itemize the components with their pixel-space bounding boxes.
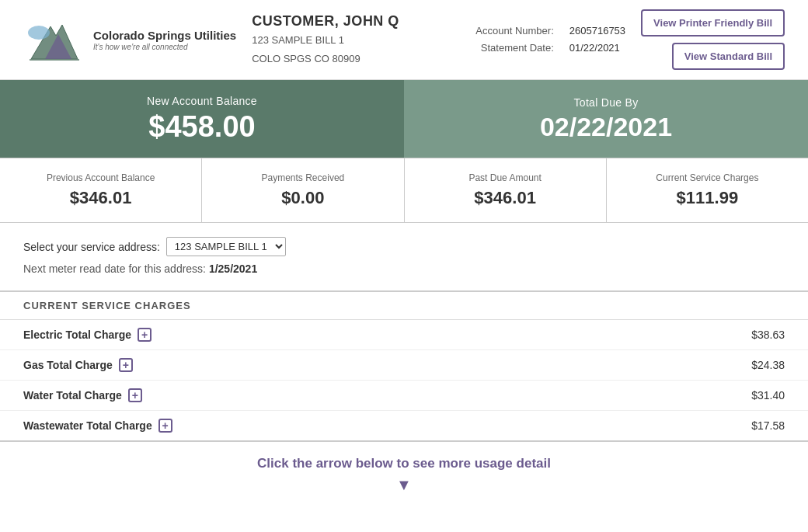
water-charge-label: Water Total Charge + xyxy=(23,388,142,402)
account-info: Account Number: Statement Date: xyxy=(475,23,553,57)
balance-bar: New Account Balance $458.00 Total Due By… xyxy=(0,80,808,158)
past-due-cell: Past Due Amount $346.01 xyxy=(405,158,607,222)
past-due-label: Past Due Amount xyxy=(413,172,598,183)
page-header: Colorado Springs Utilities It's how we'r… xyxy=(0,0,808,80)
gas-charge-amount: $24.38 xyxy=(751,359,785,371)
customer-address-line1: 123 SAMPLE BILL 1 xyxy=(252,33,475,48)
charge-row-wastewater: Wastewater Total Charge + $17.58 xyxy=(0,411,808,440)
logo-tagline: It's how we're all connected xyxy=(93,43,236,51)
stats-row: Previous Account Balance $346.01 Payment… xyxy=(0,158,808,223)
svg-point-3 xyxy=(28,26,50,40)
water-expand-icon[interactable]: + xyxy=(128,388,142,402)
wastewater-charge-amount: $17.58 xyxy=(751,419,785,432)
new-balance-label: New Account Balance xyxy=(147,95,257,107)
logo-area: Colorado Springs Utilities It's how we'r… xyxy=(23,11,236,69)
new-account-balance-panel: New Account Balance $458.00 xyxy=(0,80,404,158)
water-charge-amount: $31.40 xyxy=(751,389,785,402)
view-printer-friendly-bill-button[interactable]: View Printer Friendly Bill xyxy=(641,9,785,37)
charge-row-gas: Gas Total Charge + $24.38 xyxy=(0,350,808,381)
past-due-value: $346.01 xyxy=(413,188,598,208)
meter-read-date-value: 1/25/2021 xyxy=(209,263,257,275)
water-label-text: Water Total Charge xyxy=(23,389,122,402)
customer-address-line2: COLO SPGS CO 80909 xyxy=(252,51,475,67)
previous-balance-value: $346.01 xyxy=(8,188,193,208)
gas-charge-label: Gas Total Charge + xyxy=(23,358,133,372)
account-number-label: Account Number: xyxy=(475,25,553,37)
current-charges-label: Current Service Charges xyxy=(615,172,800,183)
statement-date-label: Statement Date: xyxy=(481,42,554,54)
payments-received-cell: Payments Received $0.00 xyxy=(202,158,404,222)
electric-expand-icon[interactable]: + xyxy=(138,328,152,342)
logo-title: Colorado Springs Utilities xyxy=(93,29,236,43)
electric-charge-label: Electric Total Charge + xyxy=(23,328,152,342)
customer-name: CUSTOMER, JOHN Q xyxy=(252,13,475,30)
current-charges-value: $111.99 xyxy=(615,188,800,208)
meter-read-date: Next meter read date for this address: 1… xyxy=(23,263,785,275)
new-balance-value: $458.00 xyxy=(148,110,255,144)
bill-buttons: View Printer Friendly Bill View Standard… xyxy=(641,9,785,70)
electric-label-text: Electric Total Charge xyxy=(23,329,131,341)
bottom-cta: Click the arrow below to see more usage … xyxy=(0,440,808,516)
payments-received-label: Payments Received xyxy=(210,172,395,183)
wastewater-charge-label: Wastewater Total Charge + xyxy=(23,419,172,433)
electric-charge-amount: $38.63 xyxy=(751,329,785,341)
select-address-label: Select your service address: xyxy=(23,241,160,253)
total-due-value: 02/22/2021 xyxy=(540,112,672,142)
charge-row-water: Water Total Charge + $31.40 xyxy=(0,381,808,411)
wastewater-label-text: Wastewater Total Charge xyxy=(23,419,152,432)
charge-row-electric: Electric Total Charge + $38.63 xyxy=(0,320,808,350)
service-address-select[interactable]: 123 SAMPLE BILL 1 xyxy=(166,237,286,256)
previous-balance-label: Previous Account Balance xyxy=(8,172,193,183)
service-charges-section: CURRENT SERVICE CHARGES Electric Total C… xyxy=(0,290,808,440)
total-due-panel: Total Due By 02/22/2021 xyxy=(404,80,808,158)
view-standard-bill-button[interactable]: View Standard Bill xyxy=(672,43,785,70)
payments-received-value: $0.00 xyxy=(210,188,395,208)
account-number-value: 2605716753 xyxy=(569,23,625,40)
service-address-row: Select your service address: 123 SAMPLE … xyxy=(23,237,785,256)
statement-date-value: 01/22/2021 xyxy=(569,40,625,57)
customer-info: CUSTOMER, JOHN Q 123 SAMPLE BILL 1 COLO … xyxy=(236,13,475,66)
gas-label-text: Gas Total Charge xyxy=(23,359,113,371)
service-charges-header: CURRENT SERVICE CHARGES xyxy=(0,292,808,320)
current-charges-cell: Current Service Charges $111.99 xyxy=(607,158,808,222)
arrow-down-icon[interactable]: ▼ xyxy=(23,471,785,502)
wastewater-expand-icon[interactable]: + xyxy=(158,419,172,433)
total-due-label: Total Due By xyxy=(574,96,639,109)
gas-expand-icon[interactable]: + xyxy=(119,358,133,372)
bottom-cta-text: Click the arrow below to see more usage … xyxy=(23,456,785,471)
logo-icon xyxy=(23,11,85,69)
service-address-section: Select your service address: 123 SAMPLE … xyxy=(0,223,808,290)
previous-balance-cell: Previous Account Balance $346.01 xyxy=(0,158,202,222)
